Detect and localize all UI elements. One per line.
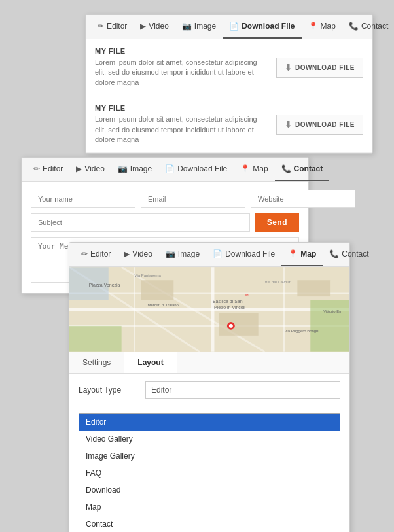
- subject-input[interactable]: [31, 213, 250, 232]
- form-row-subject: Send: [31, 213, 299, 232]
- tab-map-2[interactable]: 📍 Map: [234, 158, 274, 181]
- image-icon-1: 📷: [182, 22, 192, 31]
- svg-text:Piazza Venezia: Piazza Venezia: [89, 283, 120, 287]
- file-desc-1: Lorem ipsum dolor sit amet, consectetur …: [95, 58, 265, 88]
- tab-editor-3[interactable]: ✏ Editor: [75, 243, 117, 266]
- file-desc-2: Lorem ipsum dolor sit amet, consectetur …: [95, 115, 265, 145]
- tab-map-1[interactable]: 📍 Map: [302, 15, 342, 39]
- website-input[interactable]: [251, 190, 355, 208]
- tab-editor-2[interactable]: ✏ Editor: [27, 158, 69, 181]
- svg-rect-10: [69, 326, 122, 352]
- layout-section: Layout Type: [69, 374, 349, 413]
- editor-icon-2: ✏: [33, 164, 40, 173]
- dropdown-item-faq[interactable]: FAQ: [79, 465, 340, 482]
- image-icon-2: 📷: [118, 164, 128, 173]
- svg-rect-12: [141, 280, 173, 300]
- file-title-2: MY FILE: [95, 104, 265, 112]
- tab-image-1[interactable]: 📷 Image: [175, 15, 223, 39]
- svg-text:M: M: [245, 293, 249, 297]
- tab-bar-3: ✏ Editor ▶ Video 📷 Image 📄 Download File…: [69, 243, 349, 267]
- tab-editor-1[interactable]: ✏ Editor: [91, 15, 134, 39]
- contact-icon-1: 📞: [349, 22, 359, 31]
- editor-icon-3: ✏: [81, 249, 88, 258]
- dropdown-item-download[interactable]: Download: [79, 482, 340, 499]
- map-icon-3: 📍: [288, 249, 298, 258]
- map-icon-2: 📍: [240, 164, 250, 173]
- svg-text:Vittorio Em: Vittorio Em: [323, 310, 342, 313]
- tab-contact-3[interactable]: 📞 Contact: [323, 243, 375, 266]
- map-icon-1: 📍: [308, 22, 318, 31]
- file-entry-text-1: MY FILE Lorem ipsum dolor sit amet, cons…: [95, 47, 265, 88]
- dropdown-item-video-gallery[interactable]: Video Gallery: [79, 431, 340, 448]
- tab-video-1[interactable]: ▶ Video: [134, 15, 175, 39]
- layout-type-input[interactable]: [145, 381, 340, 399]
- dropdown-item-contact[interactable]: Contact: [79, 516, 340, 532]
- name-input[interactable]: [31, 190, 135, 208]
- download-file-icon-2: 📄: [165, 164, 175, 173]
- card-download: ✏ Editor ▶ Video 📷 Image 📄 Download File…: [85, 14, 373, 154]
- tab-download-2[interactable]: 📄 Download File: [158, 158, 234, 181]
- contact-icon-3: 📞: [329, 249, 339, 258]
- tab-bar-2: ✏ Editor ▶ Video 📷 Image 📄 Download File…: [22, 158, 308, 182]
- layout-type-dropdown: Editor Video Gallery Image Gallery FAQ D…: [79, 413, 340, 532]
- inner-tab-bar: Settings Layout: [69, 352, 349, 374]
- image-icon-3: 📷: [166, 249, 175, 258]
- video-icon-2: ▶: [76, 164, 82, 173]
- dropdown-item-image-gallery[interactable]: Image Gallery: [79, 448, 340, 465]
- tab-bar-1: ✏ Editor ▶ Video 📷 Image 📄 Download File…: [86, 15, 372, 39]
- card-map-layout: ✏ Editor ▶ Video 📷 Image 📄 Download File…: [69, 242, 350, 532]
- layout-type-row: Layout Type: [79, 381, 340, 399]
- download-button-1[interactable]: ⬇ DOWNLOAD FILE: [276, 58, 363, 78]
- video-icon-1: ▶: [140, 22, 146, 31]
- svg-text:Basilica di San: Basilica di San: [213, 299, 243, 304]
- file-title-1: MY FILE: [95, 47, 265, 55]
- svg-rect-9: [310, 300, 349, 352]
- video-icon-3: ▶: [124, 249, 130, 258]
- svg-text:Pietro in Vincoli: Pietro in Vincoli: [214, 305, 245, 310]
- tab-contact-2[interactable]: 📞 Contact: [275, 158, 330, 181]
- svg-text:Mercati di Traiano: Mercati di Traiano: [147, 303, 179, 307]
- svg-rect-13: [219, 313, 259, 336]
- svg-rect-14: [297, 280, 330, 296]
- tab-map-3[interactable]: 📍 Map: [281, 243, 323, 266]
- email-input[interactable]: [141, 190, 245, 208]
- tab-image-2[interactable]: 📷 Image: [111, 158, 158, 181]
- inner-tab-layout[interactable]: Layout: [124, 352, 177, 373]
- layout-type-label: Layout Type: [79, 385, 137, 395]
- tab-image-3[interactable]: 📷 Image: [159, 243, 206, 266]
- download-arrow-icon-1: ⬇: [285, 63, 293, 73]
- tab-video-3[interactable]: ▶ Video: [117, 243, 158, 266]
- contact-icon-2: 📞: [281, 164, 291, 173]
- svg-point-24: [229, 324, 233, 328]
- download-arrow-icon-2: ⬇: [285, 120, 293, 130]
- download-file-icon-3: 📄: [213, 249, 223, 258]
- map-svg: Piazza Venezia Mercati di Traiano Basili…: [69, 267, 349, 352]
- send-button[interactable]: Send: [255, 213, 299, 232]
- download-file-icon-1: 📄: [229, 22, 239, 31]
- inner-tab-settings[interactable]: Settings: [69, 352, 124, 373]
- file-entry-text-2: MY FILE Lorem ipsum dolor sit amet, cons…: [95, 104, 265, 145]
- svg-text:Via del Cavour: Via del Cavour: [265, 280, 291, 284]
- file-entry-2: MY FILE Lorem ipsum dolor sit amet, cons…: [86, 96, 372, 153]
- svg-text:Via Ruggero Bonghi: Via Ruggero Bonghi: [284, 329, 319, 333]
- dropdown-item-editor[interactable]: Editor: [79, 414, 340, 431]
- dropdown-item-map[interactable]: Map: [79, 499, 340, 516]
- form-row-top: [31, 190, 299, 208]
- svg-text:Via Panisperna: Via Panisperna: [135, 274, 162, 277]
- tab-video-2[interactable]: ▶ Video: [69, 158, 111, 181]
- tab-contact-1[interactable]: 📞 Contact: [342, 15, 394, 39]
- editor-icon-1: ✏: [98, 22, 104, 31]
- download-button-2[interactable]: ⬇ DOWNLOAD FILE: [276, 115, 363, 135]
- tab-download-1[interactable]: 📄 Download File: [223, 15, 301, 39]
- tab-download-3[interactable]: 📄 Download File: [206, 243, 281, 266]
- map-area: Piazza Venezia Mercati di Traiano Basili…: [69, 267, 349, 352]
- file-entry-1: MY FILE Lorem ipsum dolor sit amet, cons…: [86, 39, 372, 96]
